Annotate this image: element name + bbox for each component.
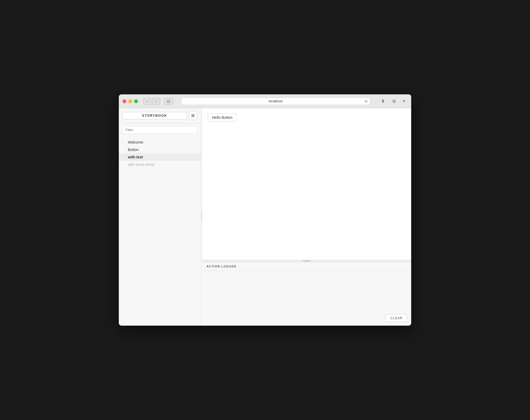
chevron-down-icon: › [123, 148, 126, 151]
sidebar-item-with-emoji[interactable]: with some emoji [119, 161, 201, 168]
sidebar-item-button[interactable]: › Button [119, 146, 201, 153]
action-logger-title: ACTION LOGGER [202, 262, 411, 271]
sidebar-item-with-text[interactable]: with text [119, 153, 201, 161]
address-bar[interactable]: localhost ↻ [181, 98, 370, 105]
sidebar-sub-item-label: with text [128, 155, 143, 159]
sidebar-icon: ⊡ [167, 99, 170, 103]
close-button[interactable] [123, 99, 126, 103]
keyboard-shortcut-button[interactable]: ⌘ [189, 111, 197, 120]
sidebar-item-label: Welcome [128, 140, 143, 144]
hello-button[interactable]: Hello Button [208, 114, 237, 121]
sidebar-item-welcome[interactable]: › Welcome [119, 138, 201, 146]
maximize-button[interactable] [134, 99, 138, 103]
sidebar: STORYBOOK ⌘ › Welcome › Button with text [119, 108, 201, 326]
action-logger: ACTION LOGGER CLEAR [202, 262, 411, 326]
preview-area: Hello Button [202, 108, 411, 260]
sidebar-sub-item-label: with some emoji [128, 162, 154, 167]
nav-buttons: ‹ › [143, 98, 160, 105]
clear-button[interactable]: CLEAR [386, 314, 407, 322]
share-button[interactable]: ⬆ [378, 98, 387, 105]
toolbar-actions: ⬆ ⧉ + [378, 98, 407, 105]
storybook-header: STORYBOOK ⌘ [119, 108, 201, 123]
reload-button[interactable]: ↻ [365, 99, 368, 103]
panel-resize-handle[interactable] [202, 260, 411, 262]
right-panel: Hello Button ACTION LOGGER CLEAR [202, 108, 411, 326]
chevron-right-icon: › [123, 141, 126, 144]
new-tab-button[interactable]: + [401, 98, 407, 105]
sidebar-toggle-button[interactable]: ⊡ [164, 98, 173, 105]
nav-tree: › Welcome › Button with text with some e… [119, 136, 201, 326]
forward-button[interactable]: › [152, 98, 160, 105]
tabs-button[interactable]: ⧉ [389, 98, 398, 105]
main-area: STORYBOOK ⌘ › Welcome › Button with text [119, 108, 411, 326]
drag-handle-indicator [303, 261, 311, 261]
address-text: localhost [269, 99, 282, 103]
minimize-button[interactable] [128, 99, 132, 103]
back-button[interactable]: ‹ [143, 98, 151, 105]
browser-window: ‹ › ⊡ localhost ↻ ⬆ ⧉ + STORYBOOK ⌘ [119, 94, 411, 326]
action-logger-body: CLEAR [202, 271, 411, 326]
title-bar: ‹ › ⊡ localhost ↻ ⬆ ⧉ + [119, 94, 411, 108]
filter-input[interactable] [123, 126, 197, 134]
storybook-title-button[interactable]: STORYBOOK [123, 112, 187, 119]
sidebar-item-label: Button [128, 148, 138, 152]
traffic-lights [123, 99, 138, 103]
